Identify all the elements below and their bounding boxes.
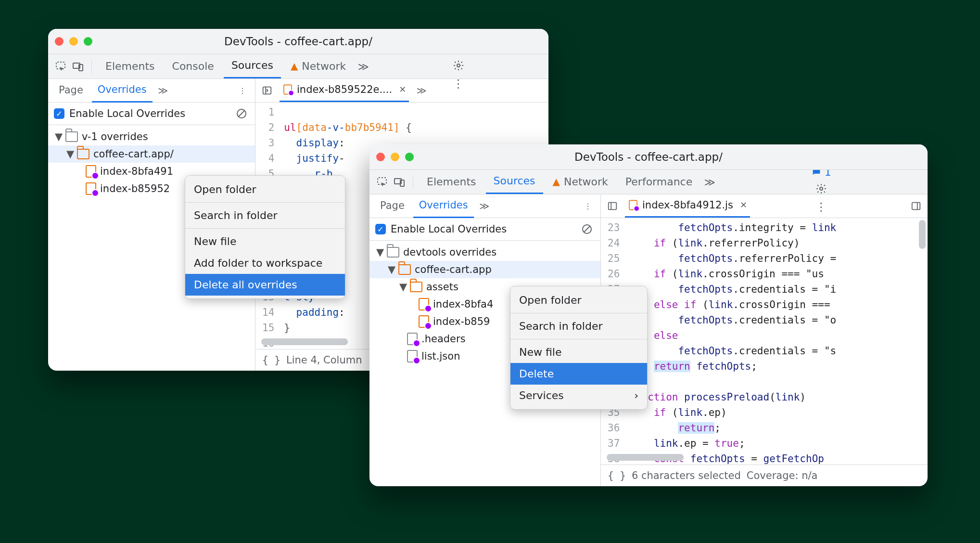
panel-tab-network[interactable]: ▲Network: [545, 171, 616, 194]
folder-icon: [65, 131, 78, 142]
overrides-toolbar: ✓ Enable Local Overrides: [48, 103, 255, 125]
vertical-scrollbar[interactable]: [919, 220, 926, 249]
toggle-debugger-icon[interactable]: [908, 198, 924, 214]
tree-folder-root[interactable]: ▼ devtools overrides: [369, 244, 600, 261]
nav-tab-page[interactable]: Page: [374, 195, 410, 217]
folder-icon: [410, 282, 422, 292]
editor-tabs: index-b859522e.... ✕ ≫: [255, 79, 548, 103]
enable-local-overrides-checkbox[interactable]: ✓: [54, 108, 64, 119]
editor-tab-label: index-8bfa4912.js: [642, 199, 733, 211]
more-tabs-icon[interactable]: ≫: [356, 59, 371, 74]
kebab-menu-icon[interactable]: ⋮: [580, 198, 596, 214]
titlebar[interactable]: DevTools - coffee-cart.app/: [48, 29, 548, 54]
tree-label: list.json: [421, 350, 460, 362]
panel-tab-sources[interactable]: Sources: [486, 170, 543, 194]
menu-item-open-folder[interactable]: Open folder: [510, 289, 647, 311]
tree-label: index-b859: [433, 316, 490, 327]
clear-overrides-icon[interactable]: [579, 221, 595, 237]
close-window-icon[interactable]: [55, 37, 64, 46]
panel-tab-sources[interactable]: Sources: [224, 54, 281, 78]
editor-tab-label: index-b859522e....: [297, 84, 392, 95]
menu-item-add-folder-to-workspace[interactable]: Add folder to workspace: [185, 252, 345, 274]
panel-tab-elements[interactable]: Elements: [419, 171, 484, 194]
file-icon: [419, 315, 429, 328]
gear-icon[interactable]: [451, 58, 466, 73]
titlebar[interactable]: DevTools - coffee-cart.app/: [369, 144, 928, 170]
kebab-menu-icon[interactable]: ⋮: [235, 83, 250, 98]
toggle-navigator-icon[interactable]: [259, 83, 275, 98]
maximize-window-icon[interactable]: [405, 153, 414, 161]
minimize-window-icon[interactable]: [391, 153, 399, 161]
menu-item-search-in-folder[interactable]: Search in folder: [185, 205, 345, 226]
maximize-window-icon[interactable]: [84, 37, 92, 46]
tree-label: index-b85952: [100, 183, 170, 194]
device-toolbar-icon[interactable]: [70, 59, 86, 74]
panel-tab-console[interactable]: Console: [165, 55, 222, 78]
braces-icon[interactable]: { }: [608, 470, 626, 481]
more-tabs-icon[interactable]: ≫: [414, 83, 429, 98]
panel-tab-performance[interactable]: Performance: [618, 171, 700, 194]
panel-tab-network[interactable]: ▲Network: [283, 55, 354, 78]
editor-tabs: index-8bfa4912.js ✕: [601, 194, 928, 218]
enable-local-overrides-checkbox[interactable]: ✓: [375, 224, 386, 234]
tree-folder-root[interactable]: ▼ v-1 overrides: [48, 128, 255, 145]
horizontal-scrollbar[interactable]: [607, 454, 684, 461]
more-tabs-icon[interactable]: ≫: [477, 198, 492, 214]
tree-folder-domain[interactable]: ▼ coffee-cart.app: [369, 261, 600, 278]
navigator-tabs: Page Overrides ≫ ⋮: [48, 79, 255, 103]
inspect-element-icon[interactable]: [53, 59, 68, 74]
gear-icon[interactable]: [814, 181, 829, 196]
menu-item-delete-all-overrides[interactable]: Delete all overrides: [185, 274, 345, 296]
file-icon: [407, 333, 418, 345]
nav-tab-overrides[interactable]: Overrides: [92, 79, 153, 103]
horizontal-scrollbar[interactable]: [261, 338, 348, 345]
toggle-navigator-icon[interactable]: [605, 198, 620, 214]
file-icon: [419, 298, 429, 310]
menu-item-open-folder[interactable]: Open folder: [185, 179, 345, 200]
chevron-right-icon: ›: [634, 389, 638, 401]
tree-label: devtools overrides: [403, 246, 496, 258]
tree-folder-domain[interactable]: ▼ coffee-cart.app/: [48, 145, 255, 163]
main-panel-tabs: Elements Sources ▲Network Performance ≫ …: [369, 170, 928, 194]
menu-item-search-in-folder[interactable]: Search in folder: [510, 315, 647, 337]
panel-tab-elements[interactable]: Elements: [98, 55, 163, 78]
menu-item-new-file[interactable]: New file: [510, 341, 647, 363]
code-body[interactable]: fetchOpts.integrity = link if (link.refe…: [624, 218, 841, 465]
panel-tab-network-label: Network: [564, 176, 608, 188]
menu-item-services[interactable]: Services ›: [510, 385, 647, 406]
more-tabs-icon[interactable]: ≫: [155, 83, 171, 98]
device-toolbar-icon[interactable]: [392, 174, 407, 190]
editor-tab-active[interactable]: index-8bfa4912.js ✕: [625, 195, 750, 218]
context-menu-folder-a: Open folder Search in folder New file Ad…: [185, 175, 345, 299]
main-panel-tabs: Elements Console Sources ▲Network ≫ ⋮: [48, 54, 548, 79]
coverage-label: Coverage: n/a: [747, 470, 921, 481]
braces-icon[interactable]: { }: [262, 354, 280, 366]
enable-local-overrides-label: Enable Local Overrides: [391, 223, 507, 235]
file-icon: [629, 200, 637, 210]
editor-tab-active[interactable]: index-b859522e.... ✕: [280, 79, 409, 102]
tree-label: assets: [426, 281, 458, 293]
menu-item-delete[interactable]: Delete: [510, 363, 647, 385]
more-tabs-icon[interactable]: ≫: [702, 174, 717, 190]
warning-icon: ▲: [291, 60, 298, 72]
warning-icon: ▲: [553, 176, 560, 187]
close-tab-icon[interactable]: ✕: [399, 84, 406, 94]
minimize-window-icon[interactable]: [69, 37, 78, 46]
window-controls: [376, 153, 414, 161]
clear-overrides-icon[interactable]: [234, 106, 249, 121]
file-icon: [86, 182, 96, 195]
folder-icon: [387, 247, 399, 258]
devtools-window-b: DevTools - coffee-cart.app/ Elements Sou…: [369, 144, 928, 486]
inspect-element-icon[interactable]: [374, 174, 390, 190]
nav-tab-page[interactable]: Page: [53, 79, 89, 102]
folder-icon: [398, 264, 411, 275]
tree-label: coffee-cart.app: [415, 264, 492, 275]
code-editor[interactable]: 23242526272829303132333435363738 fetchOp…: [601, 218, 928, 465]
file-icon: [407, 350, 418, 362]
tree-label: coffee-cart.app/: [93, 148, 174, 160]
close-window-icon[interactable]: [376, 153, 385, 161]
close-tab-icon[interactable]: ✕: [740, 200, 747, 210]
menu-item-new-file[interactable]: New file: [185, 231, 345, 252]
tree-label: v-1 overrides: [82, 131, 148, 142]
nav-tab-overrides[interactable]: Overrides: [413, 194, 474, 218]
